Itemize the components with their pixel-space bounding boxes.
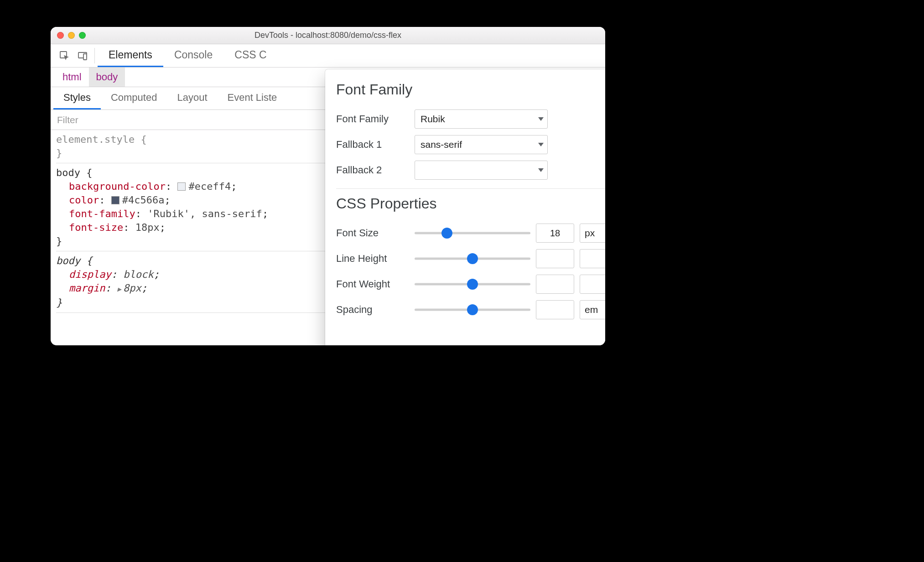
subtab-computed[interactable]: Computed	[101, 87, 167, 109]
color-swatch-icon[interactable]	[177, 182, 186, 191]
chevron-down-icon	[538, 168, 544, 172]
spacing-unit-select[interactable]: em	[580, 300, 605, 319]
prop-font-family: font-family	[69, 208, 135, 219]
label-fallback-1: Fallback 1	[336, 139, 409, 151]
val-color: #4c566a	[122, 194, 165, 206]
slider-thumb[interactable]	[467, 253, 478, 264]
label-font-weight: Font Weight	[336, 278, 409, 290]
row-font-family: Font Family Rubik	[336, 106, 605, 132]
selector: element.style {	[56, 134, 147, 145]
line-height-unit-select[interactable]	[580, 249, 605, 268]
font-family-select[interactable]: Rubik	[415, 109, 548, 129]
row-fallback-2: Fallback 2	[336, 157, 605, 183]
slider-thumb[interactable]	[441, 228, 452, 239]
brace-close: }	[56, 297, 62, 308]
tab-elements[interactable]: Elements	[98, 44, 163, 67]
window-controls	[57, 32, 86, 39]
line-height-input[interactable]	[536, 249, 574, 268]
subtab-styles[interactable]: Styles	[53, 87, 101, 109]
divider	[94, 48, 95, 63]
crumb-body[interactable]: body	[89, 68, 125, 87]
label-font-size: Font Size	[336, 227, 409, 239]
tab-css-cut[interactable]: CSS C	[223, 44, 277, 67]
label-line-height: Line Height	[336, 253, 409, 265]
fallback-2-select[interactable]	[415, 161, 548, 180]
window-title: DevTools - localhost:8080/demo/css-flex	[51, 31, 605, 40]
tab-console[interactable]: Console	[163, 44, 223, 67]
device-toolbar-icon[interactable]	[73, 44, 92, 67]
label-spacing: Spacing	[336, 304, 409, 316]
slider-thumb[interactable]	[467, 304, 478, 315]
row-font-weight: Font Weight	[336, 271, 605, 297]
selector: body {	[56, 167, 92, 178]
expand-shorthand-icon[interactable]: ▶	[117, 285, 121, 293]
spacing-slider[interactable]	[415, 300, 530, 319]
prop-background-color: background-color	[69, 181, 166, 192]
slider-thumb[interactable]	[467, 279, 478, 290]
val-font-family: 'Rubik', sans-serif	[147, 208, 262, 219]
subtab-layout[interactable]: Layout	[167, 87, 217, 109]
minimize-window-button[interactable]	[68, 32, 75, 39]
val-margin: 8px	[123, 282, 141, 294]
font-family-heading: Font Family	[336, 81, 605, 98]
label-font-family: Font Family	[336, 113, 409, 125]
font-weight-slider[interactable]	[415, 275, 530, 294]
chevron-down-icon	[538, 117, 544, 121]
css-properties-heading: CSS Properties	[336, 195, 605, 212]
titlebar: DevTools - localhost:8080/demo/css-flex	[51, 27, 605, 44]
inspect-element-icon[interactable]	[55, 44, 73, 67]
row-line-height: Line Height	[336, 246, 605, 271]
prop-color: color	[69, 194, 99, 206]
val-display: block	[123, 269, 153, 280]
val-background-color: #eceff4	[188, 181, 231, 192]
font-size-input[interactable]: 18	[536, 224, 574, 243]
label-fallback-2: Fallback 2	[336, 164, 409, 176]
spacing-input[interactable]	[536, 300, 574, 319]
font-size-unit-select[interactable]: px	[580, 224, 605, 243]
brace-close: }	[56, 147, 62, 159]
devtools-tabstrip: Elements Console CSS C	[51, 44, 605, 68]
prop-margin: margin	[69, 282, 105, 294]
crumb-html[interactable]: html	[55, 68, 89, 87]
val-font-size: 18px	[135, 222, 160, 233]
font-editor-panel: Font Family Font Family Rubik Fallback 1…	[325, 69, 605, 345]
font-weight-input[interactable]	[536, 275, 574, 294]
fallback-1-select[interactable]: sans-serif	[415, 135, 548, 154]
row-font-size: Font Size 18 px	[336, 220, 605, 246]
color-swatch-icon[interactable]	[111, 196, 119, 204]
prop-display: display	[69, 269, 111, 280]
close-window-button[interactable]	[57, 32, 64, 39]
zoom-window-button[interactable]	[79, 32, 86, 39]
font-weight-unit-select[interactable]	[580, 275, 605, 294]
devtools-window: DevTools - localhost:8080/demo/css-flex …	[51, 27, 605, 345]
brace-close: }	[56, 235, 62, 247]
selector: body {	[56, 255, 92, 266]
font-size-slider[interactable]	[415, 224, 530, 243]
line-height-slider[interactable]	[415, 249, 530, 268]
prop-font-size: font-size	[69, 222, 123, 233]
row-fallback-1: Fallback 1 sans-serif	[336, 132, 605, 157]
svg-rect-2	[83, 54, 87, 60]
subtab-event[interactable]: Event Liste	[218, 87, 287, 109]
chevron-down-icon	[538, 143, 544, 146]
panel-divider	[336, 188, 605, 189]
row-spacing: Spacing em	[336, 297, 605, 323]
